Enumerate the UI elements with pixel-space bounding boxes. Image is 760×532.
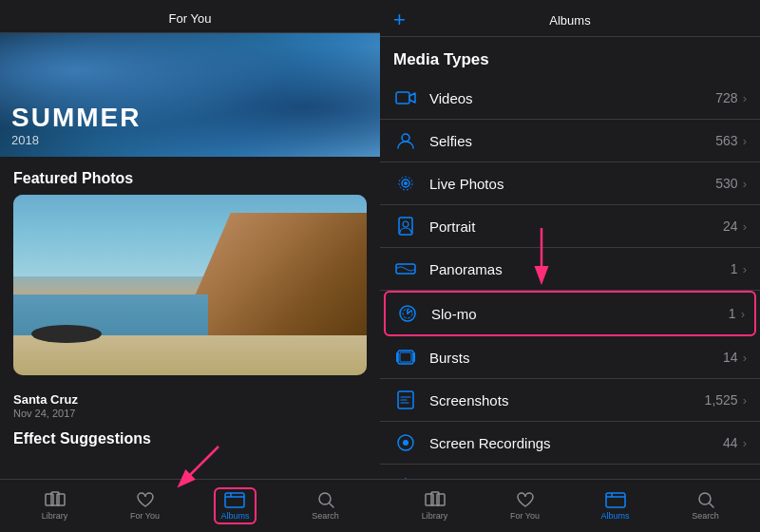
svg-line-7 <box>330 504 333 507</box>
chevron-portrait: › <box>743 219 747 234</box>
media-name-screenshots: Screenshots <box>429 392 705 408</box>
add-button[interactable]: + <box>393 10 416 30</box>
portrait-icon <box>393 214 418 238</box>
svg-rect-23 <box>400 352 411 362</box>
featured-photos-title: Featured Photos <box>0 157 380 195</box>
media-count-screen-recordings: 44 <box>723 435 738 450</box>
left-nav-for-you-label: For You <box>130 511 160 521</box>
panorama-icon <box>393 256 418 281</box>
chevron-selfies: › <box>743 134 747 148</box>
photo-caption: Santa Cruz Nov 24, 2017 <box>0 385 380 419</box>
albums-icon-right <box>605 491 626 508</box>
featured-photo[interactable] <box>13 195 367 375</box>
media-count-panoramas: 1 <box>731 261 738 276</box>
svg-rect-29 <box>426 494 433 505</box>
media-name-slo-mo: Slo-mo <box>431 306 729 322</box>
effect-suggestions-title: Effect Suggestions <box>0 419 380 453</box>
media-name-panoramas: Panoramas <box>429 261 731 277</box>
left-nav-albums-label: Albums <box>220 511 249 521</box>
media-item-animated[interactable]: Animated 1 › <box>380 465 760 479</box>
media-count-live-photos: 530 <box>715 176 737 191</box>
svg-rect-13 <box>399 218 412 235</box>
svg-point-12 <box>404 181 408 185</box>
media-count-selfies: 563 <box>715 133 737 148</box>
media-item-screenshots[interactable]: Screenshots 1,525 › <box>380 379 760 422</box>
svg-point-14 <box>403 221 408 227</box>
media-item-slo-mo[interactable]: Slo-mo 1 › <box>384 291 756 336</box>
media-count-screenshots: 1,525 <box>705 392 738 408</box>
right-nav-for-you[interactable]: For You <box>480 491 570 521</box>
media-name-animated: Animated <box>429 478 731 480</box>
summer-year: 2018 <box>11 133 141 147</box>
left-nav-for-you[interactable]: For You <box>100 491 190 521</box>
albums-icon-left <box>224 491 245 508</box>
right-nav-search-label: Search <box>692 511 719 521</box>
summer-title: SUMMER <box>11 104 141 131</box>
video-icon <box>393 86 418 110</box>
left-panel: For You SUMMER 2018 Featured Photos <box>0 0 380 532</box>
left-nav-library-label: Library <box>42 511 68 521</box>
svg-point-35 <box>699 493 711 504</box>
right-header: + Albums <box>380 0 760 37</box>
right-nav-albums[interactable]: Albums <box>570 491 660 521</box>
media-types-header: Media Types <box>380 37 760 77</box>
photo-caption-title: Santa Cruz <box>13 392 367 407</box>
selfie-icon <box>393 128 418 153</box>
media-name-portrait: Portrait <box>429 218 723 235</box>
right-nav-search[interactable]: Search <box>660 491 750 521</box>
left-nav-search[interactable]: Search <box>280 491 370 521</box>
left-header: For You <box>0 0 380 33</box>
for-you-icon <box>135 491 156 508</box>
left-content: SUMMER 2018 Featured Photos Santa Cruz N… <box>0 33 380 479</box>
media-item-live-photos[interactable]: Live Photos 530 › <box>380 162 760 205</box>
screen-recording-icon <box>393 430 418 455</box>
svg-rect-21 <box>396 352 398 362</box>
summer-card[interactable]: SUMMER 2018 <box>0 33 380 157</box>
media-item-videos[interactable]: Videos 728 › <box>380 77 760 120</box>
media-name-bursts: Bursts <box>429 350 723 366</box>
media-item-selfies[interactable]: Selfies 563 › <box>380 120 760 162</box>
media-item-screen-recordings[interactable]: Screen Recordings 44 › <box>380 422 760 465</box>
media-count-slo-mo: 1 <box>729 306 736 321</box>
chevron-videos: › <box>743 91 747 105</box>
svg-rect-22 <box>413 352 415 362</box>
chevron-screen-recordings: › <box>743 436 747 450</box>
media-count-videos: 728 <box>715 90 737 105</box>
chevron-screenshots: › <box>743 393 747 408</box>
animated-icon <box>393 473 418 479</box>
library-icon <box>45 491 66 508</box>
left-nav-albums[interactable]: Albums <box>190 487 280 524</box>
left-nav-search-label: Search <box>312 511 339 521</box>
svg-rect-8 <box>396 92 409 104</box>
right-content: Media Types Videos 728 › <box>380 37 760 479</box>
media-count-animated: 1 <box>731 478 738 479</box>
svg-point-9 <box>402 134 409 142</box>
chevron-bursts: › <box>743 351 747 365</box>
search-icon-left <box>315 491 336 508</box>
media-item-bursts[interactable]: Bursts 14 › <box>380 336 760 379</box>
left-header-title: For You <box>169 11 212 26</box>
chevron-panoramas: › <box>743 262 747 276</box>
media-count-bursts: 14 <box>723 350 738 365</box>
media-item-portrait[interactable]: Portrait 24 › <box>380 205 760 248</box>
left-nav-library[interactable]: Library <box>10 491 100 521</box>
svg-rect-3 <box>225 493 244 507</box>
live-photo-icon <box>393 171 418 196</box>
media-count-portrait: 24 <box>723 218 738 234</box>
svg-point-26 <box>403 440 408 446</box>
right-nav-albums-label: Albums <box>600 511 629 521</box>
svg-point-6 <box>319 493 331 504</box>
svg-rect-0 <box>46 494 53 505</box>
right-header-title: Albums <box>416 13 724 28</box>
library-icon-right <box>425 491 446 508</box>
featured-photo-container <box>0 195 380 385</box>
slomo-icon <box>395 301 420 326</box>
right-nav-library[interactable]: Library <box>390 491 480 521</box>
svg-line-36 <box>710 504 713 507</box>
burst-icon <box>393 345 418 370</box>
right-bottom-nav: Library For You Albums <box>380 479 760 532</box>
screenshot-icon <box>393 388 418 412</box>
right-panel: + Albums Media Types Videos 728 › <box>380 0 760 532</box>
right-nav-for-you-label: For You <box>510 511 540 521</box>
media-item-panoramas[interactable]: Panoramas 1 › <box>380 248 760 291</box>
